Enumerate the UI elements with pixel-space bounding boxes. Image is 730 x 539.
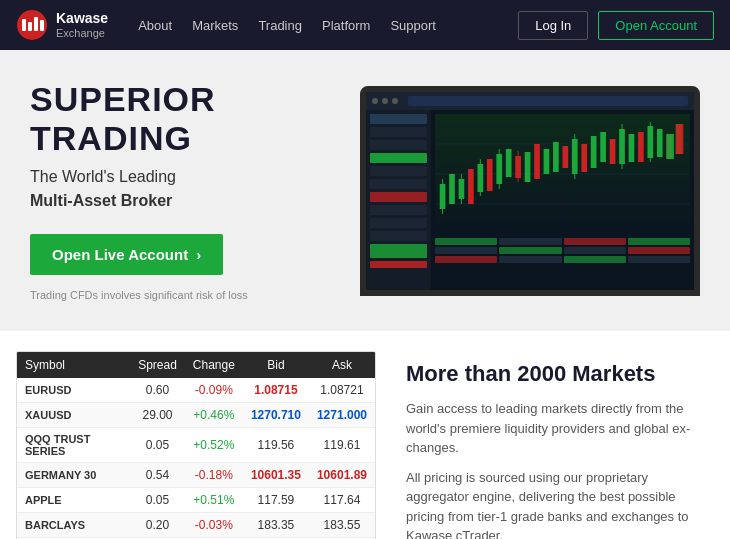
hero-section: SUPERIOR TRADING The World's Leading Mul… bbox=[0, 50, 730, 331]
logo-icon bbox=[16, 9, 48, 41]
svg-rect-4 bbox=[40, 20, 44, 31]
hero-left: SUPERIOR TRADING The World's Leading Mul… bbox=[30, 80, 360, 301]
hero-subtitle-line1: The World's Leading bbox=[30, 168, 340, 186]
cell-bid: 10601.35 bbox=[243, 463, 309, 488]
cell-ask: 119.61 bbox=[309, 428, 375, 463]
svg-rect-2 bbox=[28, 22, 32, 31]
nav-support[interactable]: Support bbox=[390, 18, 436, 33]
nav-platform[interactable]: Platform bbox=[322, 18, 370, 33]
chart-svg bbox=[435, 114, 690, 234]
svg-rect-42 bbox=[666, 134, 674, 159]
logo: Kawase Exchange bbox=[16, 9, 108, 41]
hero-right bbox=[360, 86, 700, 296]
col-ask: Ask bbox=[309, 352, 375, 378]
svg-rect-31 bbox=[657, 129, 663, 157]
svg-rect-19 bbox=[544, 149, 550, 174]
cell-symbol: XAUUSD bbox=[17, 403, 130, 428]
cell-spread: 0.05 bbox=[130, 428, 185, 463]
col-change: Change bbox=[185, 352, 243, 378]
open-account-button[interactable]: Open Account bbox=[598, 11, 714, 40]
cell-ask: 1271.000 bbox=[309, 403, 375, 428]
logo-brand: Kawase bbox=[56, 10, 108, 27]
hero-title: SUPERIOR TRADING bbox=[30, 80, 340, 158]
col-bid: Bid bbox=[243, 352, 309, 378]
cell-spread: 29.00 bbox=[130, 403, 185, 428]
cell-change: -0.03% bbox=[185, 513, 243, 538]
markets-heading: More than 2000 Markets bbox=[406, 361, 704, 387]
cell-spread: 0.20 bbox=[130, 513, 185, 538]
markets-info: More than 2000 Markets Gain access to le… bbox=[396, 351, 714, 539]
cell-change: -0.18% bbox=[185, 463, 243, 488]
table-row: QQQ TRUST SERIES 0.05 +0.52% 119.56 119.… bbox=[17, 428, 375, 463]
table-row: APPLE 0.05 +0.51% 117.59 117.64 bbox=[17, 488, 375, 513]
cell-symbol: APPLE bbox=[17, 488, 130, 513]
table-row: XAUUSD 29.00 +0.46% 1270.710 1271.000 bbox=[17, 403, 375, 428]
nav-markets[interactable]: Markets bbox=[192, 18, 238, 33]
markets-para1: Gain access to leading markets directly … bbox=[406, 399, 704, 458]
table-row: BARCLAYS 0.20 -0.03% 183.35 183.55 bbox=[17, 513, 375, 538]
cell-symbol: BARCLAYS bbox=[17, 513, 130, 538]
cell-bid: 119.56 bbox=[243, 428, 309, 463]
monitor-mockup bbox=[360, 86, 700, 296]
svg-rect-28 bbox=[629, 134, 635, 162]
svg-rect-21 bbox=[563, 146, 569, 168]
svg-rect-9 bbox=[449, 174, 455, 204]
cta-arrow-icon: › bbox=[196, 246, 201, 263]
svg-rect-23 bbox=[581, 144, 587, 172]
table-row: GERMANY 30 0.54 -0.18% 10601.35 10601.89 bbox=[17, 463, 375, 488]
cell-spread: 0.60 bbox=[130, 378, 185, 403]
svg-rect-15 bbox=[506, 149, 512, 177]
cell-ask: 10601.89 bbox=[309, 463, 375, 488]
table-row: EURUSD 0.60 -0.09% 1.08715 1.08721 bbox=[17, 378, 375, 403]
monitor-body bbox=[366, 110, 694, 290]
svg-rect-43 bbox=[676, 124, 684, 154]
chart-area bbox=[435, 114, 690, 234]
navbar: Kawase Exchange About Markets Trading Pl… bbox=[0, 0, 730, 50]
svg-rect-13 bbox=[487, 159, 493, 191]
svg-rect-1 bbox=[22, 19, 26, 31]
monitor-sidebar bbox=[366, 110, 431, 290]
svg-rect-20 bbox=[553, 142, 559, 172]
cell-bid: 1270.710 bbox=[243, 403, 309, 428]
markets-table: Symbol Spread Change Bid Ask EURUSD 0.60… bbox=[17, 352, 375, 539]
cell-ask: 1.08721 bbox=[309, 378, 375, 403]
svg-rect-26 bbox=[610, 139, 616, 164]
hero-disclaimer: Trading CFDs involves significant risk o… bbox=[30, 289, 340, 301]
logo-sub: Exchange bbox=[56, 27, 108, 40]
hero-subtitle-line2: Multi-Asset Broker bbox=[30, 192, 340, 210]
cell-change: +0.52% bbox=[185, 428, 243, 463]
login-button[interactable]: Log In bbox=[518, 11, 588, 40]
monitor-screen bbox=[366, 92, 694, 290]
cell-spread: 0.54 bbox=[130, 463, 185, 488]
markets-para2: All pricing is sourced using our proprie… bbox=[406, 468, 704, 540]
open-live-account-button[interactable]: Open Live Account › bbox=[30, 234, 223, 275]
svg-rect-11 bbox=[468, 169, 474, 204]
nav-buttons: Log In Open Account bbox=[518, 11, 714, 40]
nav-links: About Markets Trading Platform Support bbox=[138, 18, 518, 33]
cell-bid: 117.59 bbox=[243, 488, 309, 513]
cell-bid: 183.35 bbox=[243, 513, 309, 538]
svg-rect-24 bbox=[591, 136, 597, 168]
col-spread: Spread bbox=[130, 352, 185, 378]
col-symbol: Symbol bbox=[17, 352, 130, 378]
svg-rect-18 bbox=[534, 144, 540, 179]
table-container: Symbol Spread Change Bid Ask EURUSD 0.60… bbox=[17, 352, 375, 539]
svg-rect-3 bbox=[34, 17, 38, 31]
cell-change: +0.51% bbox=[185, 488, 243, 513]
markets-table-wrapper: Symbol Spread Change Bid Ask EURUSD 0.60… bbox=[16, 351, 376, 539]
nav-about[interactable]: About bbox=[138, 18, 172, 33]
cell-bid: 1.08715 bbox=[243, 378, 309, 403]
cell-ask: 117.64 bbox=[309, 488, 375, 513]
cell-symbol: EURUSD bbox=[17, 378, 130, 403]
svg-rect-25 bbox=[600, 132, 606, 162]
cell-change: +0.46% bbox=[185, 403, 243, 428]
cell-symbol: GERMANY 30 bbox=[17, 463, 130, 488]
nav-trading[interactable]: Trading bbox=[258, 18, 302, 33]
section2: Symbol Spread Change Bid Ask EURUSD 0.60… bbox=[0, 331, 730, 539]
cell-ask: 183.55 bbox=[309, 513, 375, 538]
cell-symbol: QQQ TRUST SERIES bbox=[17, 428, 130, 463]
svg-rect-17 bbox=[525, 152, 531, 182]
cell-change: -0.09% bbox=[185, 378, 243, 403]
svg-rect-29 bbox=[638, 132, 644, 162]
monitor-main bbox=[431, 110, 694, 290]
